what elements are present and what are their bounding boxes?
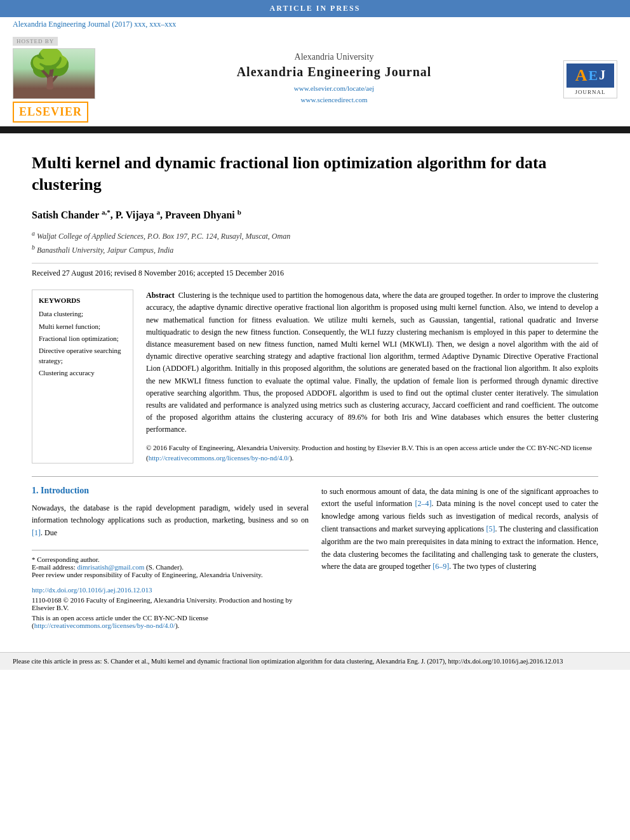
journal-center-info: Alexandria University Alexandria Enginee…	[114, 52, 554, 105]
abstract-section: Abstract Clustering is the technique use…	[146, 290, 598, 463]
aej-logo-section: A E J JOURNAL	[554, 60, 617, 98]
hosted-by-label: HOSTED BY	[13, 37, 58, 46]
intro-heading: 1. Introduction	[32, 486, 309, 496]
abstract-label: Abstract	[146, 291, 175, 300]
abstract-text: Abstract Clustering is the technique use…	[146, 290, 598, 436]
elsevier-logo-box: ELSEVIER	[13, 102, 88, 123]
footer-citation-bar: Please cite this article in press as: S.…	[0, 652, 630, 670]
peer-review-note: Peer review under responsibility of Facu…	[32, 571, 309, 578]
affiliations: a Waljat College of Applied Sciences, P.…	[32, 229, 598, 257]
article-title: Multi kernel and dynamic fractional lion…	[32, 152, 598, 196]
ref-6-9[interactable]: [6–9]	[432, 562, 449, 571]
aej-logo-box: A E J JOURNAL	[563, 60, 617, 98]
email-line: E-mail address: dimrisatish@gmail.com (S…	[32, 563, 309, 571]
aej-letter-a: A	[575, 66, 587, 85]
doi-link-line: http://dx.doi.org/10.1016/j.aej.2016.12.…	[32, 586, 309, 594]
keyword-5: Clustering accuracy	[39, 368, 126, 378]
footnote-area: * Corresponding author. E-mail address: …	[32, 550, 309, 578]
dark-bar	[0, 128, 630, 133]
journal-urls: www.elsevier.com/locate/aej www.scienced…	[114, 83, 554, 105]
ref-1[interactable]: [1]	[32, 528, 41, 537]
keyword-1: Data clustering;	[39, 309, 126, 319]
email-address[interactable]: dimrisatish@gmail.com	[77, 563, 144, 571]
journal-url2[interactable]: www.sciencedirect.com	[114, 95, 554, 106]
keywords-box: KEYWORDS Data clustering; Multi kernel f…	[32, 290, 133, 463]
section-divider	[32, 476, 598, 477]
main-content: Multi kernel and dynamic fractional lion…	[0, 133, 630, 642]
intro-left-col: 1. Introduction Nowadays, the database i…	[32, 486, 309, 629]
affiliation-b: b Banasthali University, Jaipur Campus, …	[32, 243, 598, 257]
university-name: Alexandria University	[114, 52, 554, 62]
affiliation-a: a Waljat College of Applied Sciences, P.…	[32, 229, 598, 243]
elsevier-logo-section: HOSTED BY ELSEVIER	[13, 36, 114, 123]
email-label: E-mail address:	[32, 563, 76, 571]
aej-letter-j: J	[599, 68, 605, 83]
intro-right-col: to such enormous amount of data, the dat…	[321, 486, 598, 629]
keyword-4: Directive operative searching strategy;	[39, 346, 126, 366]
journal-title-header: Alexandria Engineering Journal	[114, 65, 554, 79]
intro-left-text: Nowadays, the database is the rapid deve…	[32, 502, 309, 540]
cc-link[interactable]: http://creativecommons.org/licenses/by-n…	[149, 454, 290, 462]
bottom-cc-link[interactable]: http://creativecommons.org/licenses/by-n…	[34, 622, 175, 629]
doi-link[interactable]: http://dx.doi.org/10.1016/j.aej.2016.12.…	[32, 586, 152, 594]
introduction-section: 1. Introduction Nowadays, the database i…	[32, 486, 598, 629]
bottom-copyright: 1110-0168 © 2016 Faculty of Engineering,…	[32, 596, 309, 611]
abstract-body: Clustering is the technique used to part…	[146, 291, 598, 434]
elsevier-tree-image	[13, 48, 95, 99]
bottom-open-access: This is an open access article under the…	[32, 614, 309, 629]
copyright-text: © 2016 Faculty of Engineering, Alexandri…	[146, 443, 598, 463]
ref-5[interactable]: [5]	[486, 524, 495, 533]
intro-right-text: to such enormous amount of data, the dat…	[321, 486, 598, 574]
aej-logo-inner: A E J	[566, 63, 614, 88]
aej-letter-e: E	[589, 67, 598, 84]
elsevier-logo-text: ELSEVIER	[19, 105, 82, 118]
aej-logo-sub: JOURNAL	[566, 89, 614, 95]
keyword-2: Multi kernel function;	[39, 322, 126, 331]
article-in-press-banner: ARTICLE IN PRESS	[0, 0, 630, 17]
received-dates: Received 27 August 2016; revised 8 Novem…	[32, 263, 598, 278]
corresponding-note: * Corresponding author.	[32, 556, 309, 563]
authors-line: Satish Chander a,*, P. Vijaya a, Praveen…	[32, 208, 598, 221]
journal-url1[interactable]: www.elsevier.com/locate/aej	[114, 83, 554, 95]
keywords-title: KEYWORDS	[39, 297, 126, 304]
email-suffix: (S. Chander).	[146, 563, 184, 571]
citation-text: Please cite this article in press as: S.…	[13, 658, 563, 665]
keywords-abstract-section: KEYWORDS Data clustering; Multi kernel f…	[32, 290, 598, 463]
ref-2-4[interactable]: [2–4]	[415, 499, 431, 508]
keyword-3: Fractional lion optimization;	[39, 334, 126, 343]
journal-header: HOSTED BY ELSEVIER Alexandria University…	[0, 32, 630, 128]
journal-link-top: Alexandria Engineering Journal (2017) xx…	[0, 17, 630, 32]
